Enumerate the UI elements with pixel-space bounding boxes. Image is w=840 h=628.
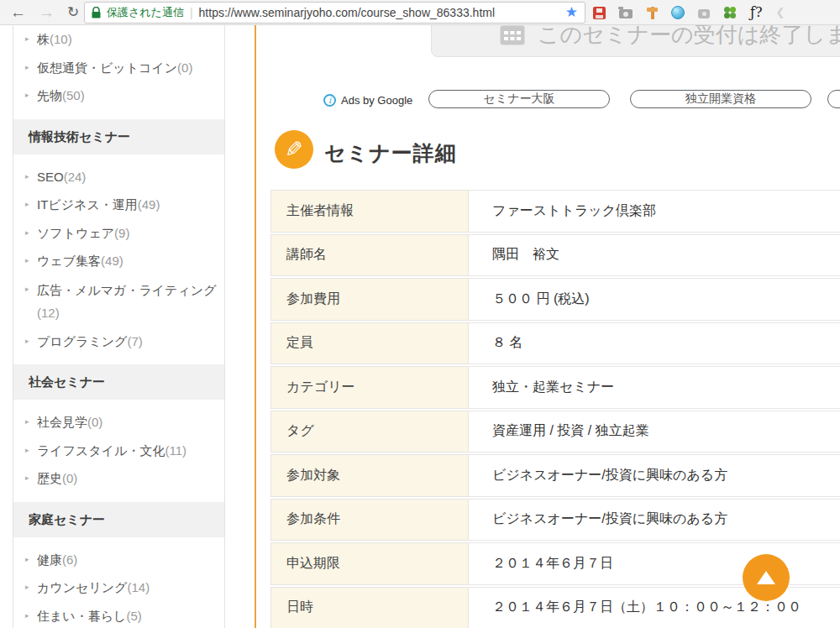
- extension-toolbar: ƒ? ❮: [593, 0, 785, 25]
- row-value: 資産運用 / 投資 / 独立起業: [469, 411, 840, 453]
- table-row: 参加条件 ビジネスオーナー/投資に興味のある方: [270, 499, 840, 542]
- lock-icon: [92, 7, 101, 18]
- security-label: 保護された通信: [107, 5, 184, 20]
- sidebar-item-futures[interactable]: ▸先物(50): [13, 81, 224, 110]
- row-value: 隅田 裕文: [469, 234, 840, 277]
- calendar-icon: [499, 25, 526, 46]
- globe-icon[interactable]: [671, 6, 685, 19]
- ads-by-google: i Ads by Google: [323, 91, 412, 109]
- table-row: 講師名 隅田 裕文: [270, 234, 840, 277]
- sidebar-item-stocks[interactable]: ▸株(10): [13, 25, 224, 54]
- row-value: ビジネスオーナー/投資に興味のある方: [469, 454, 840, 497]
- triangle-bullet-icon: ▸: [25, 54, 29, 82]
- row-label: カテゴリー: [270, 366, 469, 409]
- table-row: カテゴリー 独立・起業セミナー: [270, 366, 840, 409]
- table-row: 参加対象 ビジネスオーナー/投資に興味のある方: [270, 454, 840, 497]
- browser-chrome: ← → ↻ 保護された通信 | https://www.seminarjyoho…: [0, 0, 840, 25]
- content-accent-line: [255, 25, 256, 628]
- triangle-bullet-icon: ▸: [25, 219, 29, 248]
- sidebar-header-society: 社会セミナー: [13, 364, 224, 400]
- row-value: 独立・起業セミナー: [469, 366, 840, 409]
- clover-icon[interactable]: [723, 6, 737, 19]
- row-label: 講師名: [270, 234, 469, 277]
- share-chevron-icon[interactable]: ❮: [776, 0, 785, 25]
- triangle-bullet-icon: ▸: [25, 275, 29, 304]
- sidebar-item-lifestyle[interactable]: ▸ライフスタイル・文化(11): [13, 437, 224, 465]
- table-row: 主催者情報 ファーストトラック倶楽部: [270, 190, 840, 233]
- reception-closed-banner: このセミナーの受付は終了しました: [431, 25, 840, 57]
- sidebar-item-it-business[interactable]: ▸ITビジネス・運用(49): [13, 191, 224, 219]
- url-separator: |: [190, 6, 193, 19]
- row-label: 申込期限: [270, 542, 469, 585]
- triangle-bullet-icon: ▸: [25, 327, 29, 356]
- ads-label-text: Ads by Google: [341, 94, 412, 107]
- ad-chip-seminar-osaka[interactable]: セミナー大阪: [428, 90, 610, 108]
- screenshot-box-icon[interactable]: [698, 9, 710, 18]
- triangle-bullet-icon: ▸: [25, 464, 29, 493]
- forward-icon[interactable]: →: [39, 0, 55, 25]
- url-text: https://www.seminarjyoho.com/course_show…: [199, 6, 559, 19]
- page-title: セミナー詳細: [324, 139, 457, 167]
- triangle-bullet-icon: ▸: [25, 25, 29, 54]
- row-label: 主催者情報: [270, 190, 469, 233]
- triangle-bullet-icon: ▸: [25, 602, 29, 628]
- pencil-icon: [275, 130, 313, 169]
- row-value: ファーストトラック倶楽部: [469, 190, 840, 233]
- triangle-bullet-icon: ▸: [25, 546, 29, 574]
- signpost-icon[interactable]: [646, 7, 658, 19]
- up-triangle-icon: [757, 571, 775, 584]
- row-label: タグ: [270, 411, 469, 453]
- row-value: ８ 名: [469, 322, 840, 365]
- row-label: 参加費用: [270, 278, 469, 321]
- row-value: ２０１４年６月７日（土）１０：００～１２：００: [469, 587, 840, 628]
- triangle-bullet-icon: ▸: [25, 81, 29, 110]
- ad-chip-independent-license[interactable]: 独立開業資格: [630, 90, 811, 108]
- page-content: ▸株(10) ▸仮想通貨・ビットコイン(0) ▸先物(50) 情報技術セミナー …: [0, 25, 840, 628]
- sidebar-item-health[interactable]: ▸健康(6): [13, 546, 224, 574]
- table-row: 参加費用 ５００ 円 (税込): [270, 278, 840, 321]
- sidebar-header-home: 家庭セミナー: [13, 502, 224, 537]
- triangle-bullet-icon: ▸: [25, 247, 29, 275]
- sidebar-item-field-trip[interactable]: ▸社会見学(0): [13, 408, 224, 437]
- sidebar-item-seo[interactable]: ▸SEO(24): [13, 163, 224, 191]
- row-label: 定員: [270, 322, 469, 365]
- function-help-icon[interactable]: ƒ?: [750, 0, 763, 25]
- category-sidebar: ▸株(10) ▸仮想通貨・ビットコイン(0) ▸先物(50) 情報技術セミナー …: [13, 25, 225, 628]
- page-top-button[interactable]: [743, 554, 790, 601]
- row-value: ビジネスオーナー/投資に興味のある方: [469, 499, 840, 542]
- ad-chip-cutoff[interactable]: [827, 90, 840, 108]
- sidebar-item-counseling[interactable]: ▸カウンセリング(14): [13, 573, 224, 602]
- sidebar-item-ads-writing[interactable]: ▸広告・メルマガ・ライティング(12): [13, 275, 224, 327]
- triangle-bullet-icon: ▸: [25, 573, 29, 602]
- row-label: 参加対象: [270, 454, 469, 497]
- camera-icon[interactable]: [619, 9, 633, 18]
- bookmark-star-icon[interactable]: ★: [565, 2, 578, 24]
- sidebar-item-web-marketing[interactable]: ▸ウェブ集客(49): [13, 247, 224, 275]
- triangle-bullet-icon: ▸: [25, 408, 29, 437]
- table-row: タグ 資産運用 / 投資 / 独立起業: [270, 411, 840, 453]
- info-icon[interactable]: i: [323, 94, 336, 107]
- sidebar-item-living[interactable]: ▸住まい・暮らし(5): [13, 602, 224, 628]
- triangle-bullet-icon: ▸: [25, 437, 29, 465]
- row-label: 日時: [270, 587, 469, 628]
- reload-icon[interactable]: ↻: [67, 0, 79, 25]
- triangle-bullet-icon: ▸: [25, 191, 29, 219]
- url-bar[interactable]: 保護された通信 | https://www.seminarjyoho.com/c…: [84, 2, 585, 24]
- sidebar-item-programming[interactable]: ▸プログラミング(7): [13, 327, 224, 356]
- table-row: 定員 ８ 名: [270, 322, 840, 365]
- back-icon[interactable]: ←: [10, 0, 26, 25]
- sidebar-item-software[interactable]: ▸ソフトウェア(9): [13, 219, 224, 248]
- row-value: ５００ 円 (税込): [469, 278, 840, 321]
- sidebar-item-history[interactable]: ▸歴史(0): [13, 464, 224, 493]
- closed-banner-text: このセミナーの受付は終了しました: [538, 25, 840, 50]
- floppy-save-icon[interactable]: [593, 7, 606, 19]
- row-label: 参加条件: [270, 499, 469, 542]
- sidebar-header-it: 情報技術セミナー: [13, 119, 224, 154]
- triangle-bullet-icon: ▸: [25, 163, 29, 191]
- sidebar-item-crypto[interactable]: ▸仮想通貨・ビットコイン(0): [13, 54, 224, 82]
